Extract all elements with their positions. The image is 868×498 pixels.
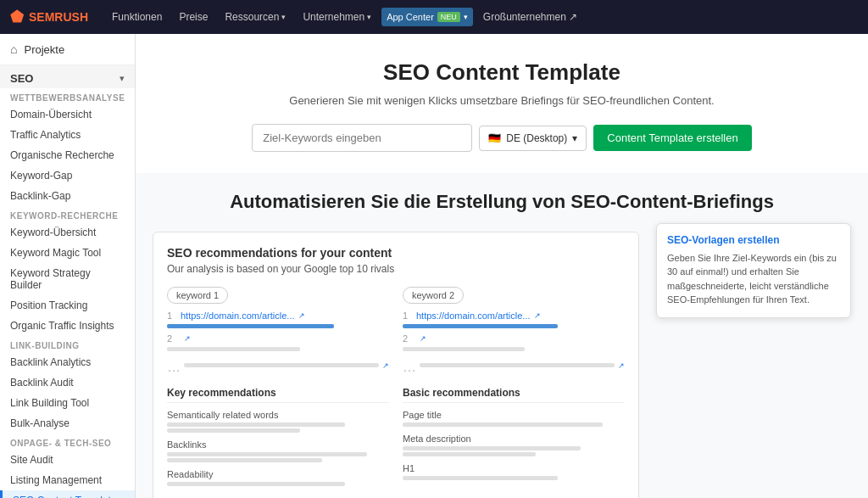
recommendations-row: Key recommendations Semantically related… — [167, 387, 625, 493]
projekte-nav-item[interactable]: ⌂ Projekte — [0, 34, 135, 65]
hero-section: SEO Content Template Generieren Sie mit … — [136, 34, 868, 173]
rec-bar-semantic-1 — [167, 422, 345, 427]
demo-card-title: SEO recommendations for your content — [167, 246, 625, 260]
hero-form: 🇩🇪 DE (Desktop) ▾ Content Template erste… — [153, 124, 851, 152]
url-row-2-1: 1 https://domain.com/article... ↗ — [403, 311, 625, 321]
category-keyword-recherche: KEYWORD-RECHERCHE — [0, 206, 135, 222]
external-link-icon-4[interactable]: ↗ — [534, 311, 541, 320]
bottom-section: Automatisieren Sie die Erstellung von SE… — [136, 173, 868, 498]
nav-grossunternehmen[interactable]: Großunternehmen ↗ — [476, 8, 584, 26]
external-link-icon-6[interactable]: ↗ — [618, 361, 625, 370]
seo-section-header[interactable]: SEO ▾ — [0, 65, 135, 88]
sidebar-item-backlink-audit[interactable]: Backlink Audit — [0, 372, 135, 393]
sidebar-item-traffic-analytics[interactable]: Traffic Analytics — [0, 125, 135, 145]
rec-bar-page-title-1 — [403, 422, 603, 427]
rec-label-page-title: Page title — [403, 410, 625, 420]
dots-row-2: … ↗ — [403, 356, 625, 375]
top-nav-links: Funktionen Preise Ressourcen ▾ Unternehm… — [105, 8, 584, 26]
key-recommendations-col: Key recommendations Semantically related… — [167, 387, 389, 493]
sidebar-item-backlink-gap[interactable]: Backlink-Gap — [0, 186, 135, 206]
rec-bar-meta-2 — [403, 452, 536, 456]
url-2-1-text: https://domain.com/article... — [416, 311, 531, 321]
url-bar-3 — [403, 324, 558, 328]
rec-item-readability: Readability — [167, 469, 389, 486]
sidebar-item-link-building-tool[interactable]: Link Building Tool — [0, 393, 135, 413]
sidebar-item-keyword-gap[interactable]: Keyword-Gap — [0, 165, 135, 186]
sidebar-item-keyword-magic-tool[interactable]: Keyword Magic Tool — [0, 243, 135, 263]
url-bar-4 — [403, 347, 525, 351]
select-chevron-icon: ▾ — [572, 132, 577, 144]
demo-card-subtitle: Our analysis is based on your Google top… — [167, 263, 625, 275]
seo-section-label: SEO — [10, 72, 33, 85]
url-bar-1 — [167, 324, 334, 328]
rec-label-backlinks: Backlinks — [167, 439, 389, 450]
rec-bar-semantic-2 — [167, 428, 300, 433]
rec-item-meta-description: Meta description — [403, 434, 625, 456]
rec-item-page-title: Page title — [403, 410, 625, 427]
hero-subtitle: Generieren Sie mit wenigen Klicks umsetz… — [153, 94, 851, 107]
sidebar-item-bulk-analyse[interactable]: Bulk-Analyse — [0, 413, 135, 434]
sidebar-item-seo-content-template[interactable]: SEO Content Template — [0, 490, 135, 498]
semrush-logo-icon: ⬟ — [10, 8, 24, 26]
sidebar-item-backlink-analytics[interactable]: Backlink Analytics — [0, 352, 135, 372]
flag-icon: 🇩🇪 — [488, 132, 501, 144]
demo-card: SEO recommendations for your content Our… — [153, 232, 639, 498]
keyword-col-1: keyword 1 1 https://domain.com/article..… — [167, 287, 389, 375]
basic-rec-header: Basic recommendations — [403, 387, 625, 403]
tooltip-box: SEO-Vorlagen erstellen Geben Sie Ihre Zi… — [656, 223, 851, 318]
create-template-button[interactable]: Content Template erstellen — [593, 125, 751, 151]
sidebar-item-organic-traffic-insights[interactable]: Organic Traffic Insights — [0, 316, 135, 336]
nav-unternehmen[interactable]: Unternehmen ▾ — [296, 8, 378, 26]
sidebar: ⌂ Projekte SEO ▾ WETTBEWERBSANALYSE Doma… — [0, 34, 136, 498]
nav-funktionen[interactable]: Funktionen — [105, 8, 169, 26]
rec-label-semantic: Semantically related words — [167, 410, 389, 420]
external-link-icon-2[interactable]: ↗ — [184, 334, 191, 343]
dots-row-1: … ↗ — [167, 356, 389, 375]
key-rec-header: Key recommendations — [167, 387, 389, 403]
nav-app-center[interactable]: App Center NEU ▾ — [381, 8, 473, 26]
main-layout: ⌂ Projekte SEO ▾ WETTBEWERBSANALYSE Doma… — [0, 34, 868, 498]
external-link-icon[interactable]: ↗ — [298, 311, 305, 320]
nav-ressourcen[interactable]: Ressourcen ▾ — [218, 8, 292, 26]
semrush-logo[interactable]: ⬟ SEMRUSH — [10, 8, 88, 26]
top-navigation: ⬟ SEMRUSH Funktionen Preise Ressourcen ▾… — [0, 0, 868, 34]
external-link-icon-3[interactable]: ↗ — [382, 361, 389, 370]
region-label: DE (Desktop) — [506, 132, 567, 144]
keyword-tag-2: keyword 2 — [403, 287, 464, 304]
rec-bar-backlinks-2 — [167, 458, 322, 462]
url-bar-2 — [167, 347, 300, 351]
sidebar-item-domain-ubersicht[interactable]: Domain-Übersicht — [0, 104, 135, 125]
tooltip-text: Geben Sie Ihre Ziel-Keywords ein (bis zu… — [667, 251, 840, 307]
nav-preise[interactable]: Preise — [172, 8, 214, 26]
url-row-1-2: 2 ↗ — [167, 333, 389, 344]
rec-label-h1: H1 — [403, 463, 625, 473]
page-title: SEO Content Template — [153, 59, 851, 86]
url-1-1-text: https://domain.com/article... — [181, 311, 295, 321]
category-link-building: LINK-BUILDING — [0, 336, 135, 352]
main-content: SEO Content Template Generieren Sie mit … — [136, 34, 868, 498]
sidebar-item-organische-recherche[interactable]: Organische Recherche — [0, 145, 135, 165]
external-link-icon-5[interactable]: ↗ — [420, 334, 426, 343]
seo-chevron-icon: ▾ — [120, 73, 125, 84]
tooltip-title: SEO-Vorlagen erstellen — [667, 234, 840, 246]
rec-bar-h1-1 — [403, 476, 558, 480]
basic-recommendations-col: Basic recommendations Page title Meta de… — [403, 387, 625, 493]
sidebar-item-position-tracking[interactable]: Position Tracking — [0, 295, 135, 316]
keyword-input[interactable] — [252, 124, 472, 152]
url-row-1-1: 1 https://domain.com/article... ↗ — [167, 311, 389, 321]
sidebar-item-site-audit[interactable]: Site Audit — [0, 450, 135, 470]
rec-bar-meta-1 — [403, 446, 581, 450]
rec-label-readability: Readability — [167, 469, 389, 479]
section-title: Automatisieren Sie die Erstellung von SE… — [153, 190, 851, 215]
semrush-logo-text: SEMRUSH — [29, 10, 88, 24]
rec-item-backlinks: Backlinks — [167, 439, 389, 462]
region-select[interactable]: 🇩🇪 DE (Desktop) ▾ — [479, 126, 587, 151]
projekte-label: Projekte — [24, 43, 64, 56]
category-onpage-tech-seo: ONPAGE- & TECH-SEO — [0, 434, 135, 450]
rec-item-semantic-words: Semantically related words — [167, 410, 389, 433]
sidebar-item-listing-management[interactable]: Listing Management — [0, 470, 135, 490]
demo-layout: SEO recommendations for your content Our… — [153, 232, 851, 498]
keyword-col-2: keyword 2 1 https://domain.com/article..… — [403, 287, 625, 375]
sidebar-item-keyword-strategy-builder[interactable]: Keyword Strategy Builder — [0, 263, 135, 295]
sidebar-item-keyword-ubersicht[interactable]: Keyword-Übersicht — [0, 222, 135, 243]
